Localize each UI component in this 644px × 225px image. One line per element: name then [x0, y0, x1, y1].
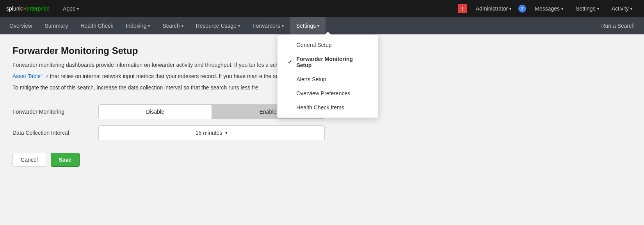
dropdown-item-forwarder-monitoring-setup[interactable]: ✓ Forwarder Monitoring Setup: [278, 52, 378, 72]
asset-table-link[interactable]: Asset Table" ↗: [12, 73, 48, 79]
forwarder-monitoring-label: Forwarder Monitoring: [12, 109, 98, 115]
messages-count-badge: 2: [518, 5, 526, 12]
splunk-logo: splunk>enterprise: [6, 5, 50, 12]
dropdown-item-health-check-items[interactable]: Health Check Items: [278, 100, 378, 114]
external-link-icon: ↗: [45, 74, 48, 79]
nav-indexing[interactable]: Indexing ▾: [119, 17, 156, 34]
check-icon-forwarder: ✓: [287, 59, 293, 65]
interval-select[interactable]: 15 minutes ▾: [98, 125, 325, 140]
splunk-enterprise-text: enterprise: [25, 5, 50, 12]
messages-chevron-icon: ▾: [561, 7, 563, 11]
data-collection-label: Data Collection Interval: [12, 130, 98, 136]
dropdown-item-alerts-setup[interactable]: Alerts Setup: [278, 72, 378, 86]
nav-settings[interactable]: Settings ▾: [290, 17, 326, 34]
alert-badge[interactable]: !: [458, 4, 467, 13]
activity-menu[interactable]: Activity ▾: [606, 0, 638, 17]
interval-value: 15 minutes: [196, 130, 222, 136]
splunk-logo-text: splunk: [6, 5, 22, 12]
settings-sec-chevron-icon: ▾: [317, 24, 319, 28]
activity-chevron-icon: ▾: [630, 7, 632, 11]
interval-chevron-icon: ▾: [225, 130, 228, 136]
nav-forwarders[interactable]: Forwarders ▾: [246, 17, 290, 34]
dropdown-item-general-setup[interactable]: General Setup: [278, 38, 378, 52]
disable-button[interactable]: Disable: [99, 105, 212, 119]
top-nav-right: ! Administrator ▾ 2 Messages ▾ Settings …: [458, 0, 638, 17]
action-row: Cancel Save: [12, 153, 632, 167]
apps-menu[interactable]: Apps ▾: [57, 0, 84, 17]
sec-nav: Overview Summary Health Check Indexing ▾…: [0, 17, 644, 34]
search-chevron-icon: ▾: [181, 24, 183, 28]
cancel-button[interactable]: Cancel: [12, 153, 46, 167]
resource-chevron-icon: ▾: [238, 24, 240, 28]
messages-menu[interactable]: Messages ▾: [529, 0, 569, 17]
settings-chevron-icon: ▾: [597, 7, 599, 11]
nav-overview[interactable]: Overview: [3, 17, 38, 34]
nav-summary[interactable]: Summary: [38, 17, 74, 34]
admin-chevron-icon: ▾: [509, 7, 511, 11]
settings-dropdown: General Setup ✓ Forwarder Monitoring Set…: [277, 34, 379, 118]
admin-menu[interactable]: Administrator ▾: [470, 0, 517, 17]
data-collection-row: Data Collection Interval 15 minutes ▾: [12, 125, 632, 140]
nav-settings-container: Settings ▾ General Setup ✓ Forwarder Mon…: [290, 17, 326, 34]
nav-search[interactable]: Search ▾: [156, 17, 189, 34]
splunk-arrow-icon: >: [22, 5, 25, 12]
forwarders-chevron-icon: ▾: [282, 24, 284, 28]
dropdown-item-overview-preferences[interactable]: Overview Preferences: [278, 86, 378, 100]
nav-health-check[interactable]: Health Check: [74, 17, 119, 34]
nav-resource-usage[interactable]: Resource Usage ▾: [190, 17, 246, 34]
top-nav: splunk>enterprise Apps ▾ ! Administrator…: [0, 0, 644, 17]
apps-chevron-icon: ▾: [77, 7, 79, 11]
indexing-chevron-icon: ▾: [148, 24, 150, 28]
nav-run-search[interactable]: Run a Search: [595, 17, 641, 34]
save-button[interactable]: Save: [51, 153, 80, 167]
settings-menu[interactable]: Settings ▾: [570, 0, 605, 17]
